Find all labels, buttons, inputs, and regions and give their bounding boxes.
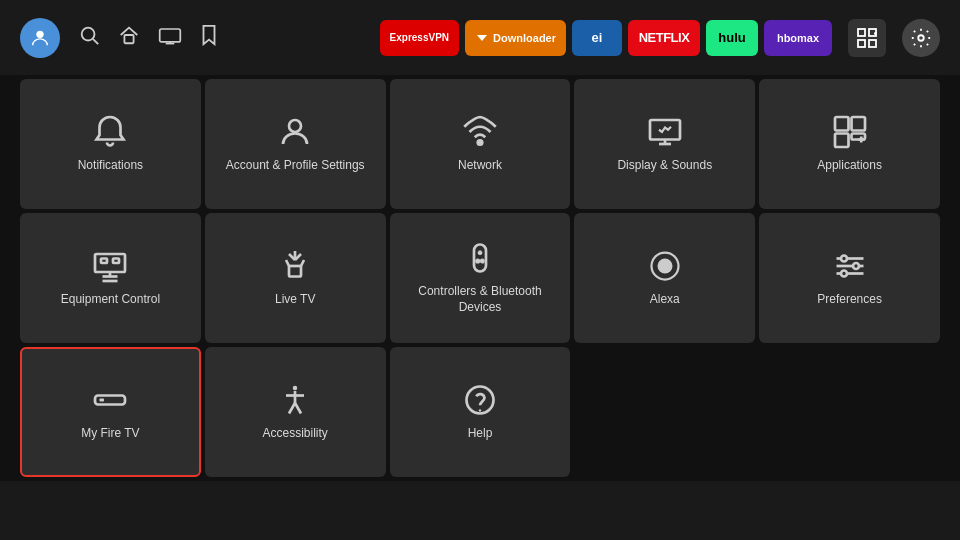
grid-item-display-sounds[interactable]: Display & Sounds — [574, 79, 755, 209]
svg-rect-38 — [474, 245, 486, 272]
svg-marker-7 — [477, 35, 487, 41]
settings-grid: Notifications Account & Profile Settings… — [0, 75, 960, 481]
grid-item-equipment[interactable]: Equipment Control — [20, 213, 201, 343]
app-icons: ExpressVPN Downloader ei NETFLIX hulu hb… — [380, 20, 832, 56]
svg-rect-30 — [113, 259, 119, 264]
grid-item-alexa[interactable]: Alexa — [574, 213, 755, 343]
svg-point-14 — [918, 35, 924, 41]
grid-item-controllers[interactable]: Controllers & Bluetooth Devices — [390, 213, 571, 343]
expressvpn-app[interactable]: ExpressVPN — [380, 20, 459, 56]
svg-point-59 — [479, 410, 481, 412]
avatar[interactable] — [20, 18, 60, 58]
hulu-app[interactable]: hulu — [706, 20, 758, 56]
svg-point-41 — [477, 260, 479, 262]
svg-line-36 — [301, 260, 304, 266]
svg-rect-20 — [835, 117, 849, 131]
svg-line-35 — [286, 260, 289, 266]
svg-point-16 — [478, 140, 483, 145]
netflix-app[interactable]: NETFLIX — [628, 20, 700, 56]
grid-item-preferences[interactable]: Preferences — [759, 213, 940, 343]
svg-rect-17 — [650, 120, 680, 140]
svg-point-1 — [82, 28, 95, 41]
svg-rect-11 — [869, 40, 876, 47]
svg-rect-3 — [124, 35, 133, 43]
nav-left — [20, 18, 218, 58]
svg-line-2 — [93, 39, 98, 44]
hbomax-app[interactable]: hbomax — [764, 20, 832, 56]
top-nav: ExpressVPN Downloader ei NETFLIX hulu hb… — [0, 0, 960, 75]
svg-point-44 — [657, 259, 672, 274]
svg-line-57 — [295, 403, 301, 414]
grid-item-account[interactable]: Account & Profile Settings — [205, 79, 386, 209]
svg-rect-21 — [851, 117, 865, 131]
svg-rect-29 — [101, 259, 107, 264]
svg-point-49 — [853, 263, 859, 269]
svg-point-53 — [293, 386, 298, 391]
grid-item-help[interactable]: Help — [390, 347, 571, 477]
svg-rect-22 — [835, 134, 849, 148]
settings-icon[interactable] — [902, 19, 940, 57]
grid-item-network[interactable]: Network — [390, 79, 571, 209]
svg-point-48 — [841, 256, 847, 262]
svg-point-42 — [481, 260, 483, 262]
svg-point-0 — [36, 30, 43, 37]
grid-item-livetv[interactable]: Live TV — [205, 213, 386, 343]
svg-line-56 — [289, 403, 295, 414]
svg-rect-52 — [100, 399, 105, 402]
grid-item-myfiretv[interactable]: My Fire TV — [20, 347, 201, 477]
downloader-app[interactable]: Downloader — [465, 20, 566, 56]
svg-rect-4 — [160, 29, 181, 42]
svg-point-15 — [289, 120, 301, 132]
tv-icon[interactable] — [158, 24, 182, 51]
grid-item-notifications[interactable]: Notifications — [20, 79, 201, 209]
search-icon[interactable] — [78, 24, 100, 51]
svg-rect-10 — [858, 40, 865, 47]
grid-item-applications[interactable]: Applications — [759, 79, 940, 209]
grid-item-accessibility[interactable]: Accessibility — [205, 347, 386, 477]
home-icon[interactable] — [118, 24, 140, 51]
svg-rect-8 — [858, 29, 865, 36]
svg-point-50 — [841, 271, 847, 277]
bookmark-icon[interactable] — [200, 24, 218, 51]
ei-app[interactable]: ei — [572, 20, 622, 56]
svg-rect-26 — [95, 254, 125, 272]
grid-icon[interactable] — [848, 19, 886, 57]
